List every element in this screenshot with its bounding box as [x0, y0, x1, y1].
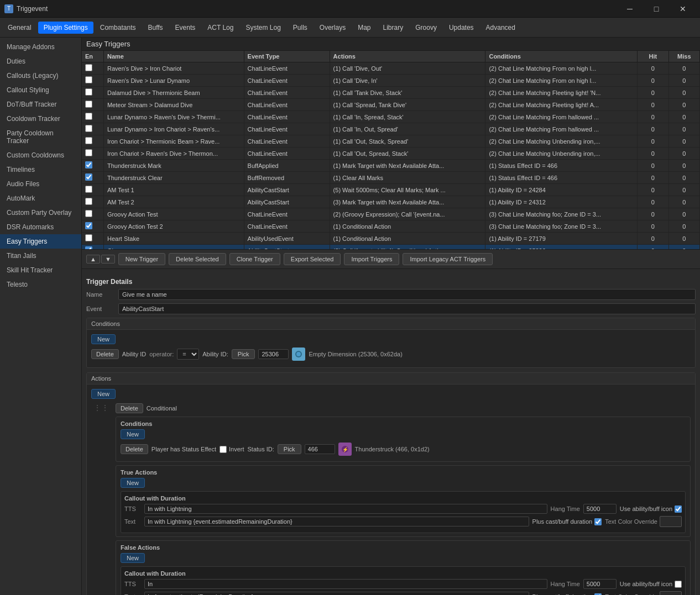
menu-item-groovy[interactable]: Groovy	[410, 22, 442, 34]
use-icon-checkbox-false[interactable]	[675, 581, 682, 588]
hang-input-false[interactable]	[583, 579, 617, 589]
row-checkbox[interactable]	[85, 234, 92, 241]
table-row[interactable]: Lunar Dynamo > Raven's Dive > Thermi...C…	[82, 111, 700, 123]
row-checkbox[interactable]	[85, 198, 92, 205]
menu-item-buffs[interactable]: Buffs	[142, 22, 168, 34]
status-pick-button[interactable]: Pick	[278, 444, 301, 454]
col-header-miss[interactable]: Miss	[668, 51, 699, 62]
drag-handle[interactable]: ⋮⋮	[91, 403, 111, 412]
plus-cast-checkbox-false[interactable]	[594, 593, 602, 596]
cond-delete-btn[interactable]: Delete	[121, 444, 148, 454]
plus-cast-checkbox[interactable]	[594, 518, 602, 525]
conditional-delete-button[interactable]: Delete	[116, 403, 143, 413]
sidebar-item-custom-party-overlay[interactable]: Custom Party Overlay	[0, 206, 81, 220]
sidebar-item-automark[interactable]: AutoMark	[0, 191, 81, 206]
menu-item-updates[interactable]: Updates	[443, 22, 479, 34]
nav-up-button[interactable]: ▲	[86, 255, 100, 264]
minimize-button[interactable]: ─	[617, 0, 642, 18]
table-row[interactable]: Heart StakeAbilityUsedEvent(1) Condition…	[82, 233, 700, 245]
row-checkbox[interactable]	[85, 186, 92, 193]
tts-input-true[interactable]	[144, 504, 547, 514]
table-row[interactable]: Iron Chariot > Thermionic Beam > Rave...…	[82, 135, 700, 148]
sidebar-item-cooldown-tracker[interactable]: Cooldown Tracker	[0, 112, 81, 126]
name-input[interactable]	[118, 289, 696, 300]
delete-selected-button[interactable]: Delete Selected	[169, 253, 226, 265]
sidebar-item-skill-hit-tracker[interactable]: Skill Hit Tracker	[0, 263, 81, 277]
row-checkbox[interactable]	[85, 113, 92, 120]
row-checkbox[interactable]	[85, 137, 92, 144]
sidebar-item-manage-addons[interactable]: Manage Addons	[0, 40, 81, 54]
import-triggers-button[interactable]: Import Triggers	[344, 253, 399, 265]
sidebar-item-timelines[interactable]: Timelines	[0, 162, 81, 177]
menu-item-combatants[interactable]: Combatants	[95, 22, 142, 34]
table-row[interactable]: AM Test 2AbilityCastStart(3) Mark Target…	[82, 196, 700, 208]
false-actions-new[interactable]: New	[121, 553, 145, 563]
row-checkbox[interactable]	[85, 101, 92, 108]
operator-select[interactable]: = !=	[177, 349, 199, 360]
menu-item-advanced[interactable]: Advanced	[480, 22, 521, 34]
col-header-actions[interactable]: Actions	[330, 51, 485, 62]
export-selected-button[interactable]: Export Selected	[284, 253, 341, 265]
table-row[interactable]: AM Test 1AbilityCastStart(5) Wait 5000ms…	[82, 184, 700, 196]
hang-input-true[interactable]	[583, 504, 617, 514]
conditions-new-button[interactable]: New	[91, 334, 116, 344]
row-checkbox[interactable]	[85, 161, 92, 169]
table-row[interactable]: Thunderstruck MarkBuffApplied(1) Mark Ta…	[82, 160, 700, 172]
new-trigger-button[interactable]: New Trigger	[118, 253, 165, 265]
row-checkbox[interactable]	[85, 125, 92, 132]
sidebar-item-audio-files[interactable]: Audio Files	[0, 177, 81, 191]
ability-pick-button[interactable]: Pick	[232, 349, 255, 359]
col-header-name[interactable]: Name	[103, 51, 244, 62]
sidebar-item-telesto[interactable]: Telesto	[0, 277, 81, 292]
nav-down-button[interactable]: ▼	[101, 255, 115, 264]
maximize-button[interactable]: □	[644, 0, 669, 18]
use-icon-checkbox-true[interactable]	[675, 506, 682, 513]
table-row[interactable]: Lunar Dynamo > Iron Chariot > Raven's...…	[82, 123, 700, 135]
sidebar-item-callouts--legacy-[interactable]: Callouts (Legacy)	[0, 69, 81, 83]
menu-item-map[interactable]: Map	[352, 22, 376, 34]
sidebar-item-dot-buff-tracker[interactable]: DoT/Buff Tracker	[0, 97, 81, 112]
color-swatch-false[interactable]	[660, 591, 682, 595]
row-checkbox[interactable]	[85, 210, 92, 217]
row-checkbox[interactable]	[85, 88, 92, 96]
col-header-hit[interactable]: Hit	[638, 51, 668, 62]
status-id-input[interactable]	[305, 444, 335, 454]
trigger-table-container[interactable]: En Name Event Type Actions Conditions Hi…	[82, 51, 700, 250]
col-header-event[interactable]: Event Type	[244, 51, 330, 62]
clone-trigger-button[interactable]: Clone Trigger	[229, 253, 280, 265]
menu-item-overlays[interactable]: Overlays	[314, 22, 351, 34]
invert-checkbox[interactable]	[220, 446, 227, 453]
text-input-true[interactable]	[144, 517, 529, 526]
conditional-conditions-new[interactable]: New	[121, 429, 145, 439]
menu-item-plugin-settings[interactable]: Plugin Settings	[38, 22, 93, 34]
menu-item-act-log[interactable]: ACT Log	[202, 22, 239, 34]
table-row[interactable]: Raven's Dive > Iron ChariotChatLineEvent…	[82, 62, 700, 75]
event-input[interactable]	[118, 303, 696, 314]
sidebar-item-custom-cooldowns[interactable]: Custom Cooldowns	[0, 148, 81, 162]
row-checkbox[interactable]	[85, 76, 92, 83]
col-header-en[interactable]: En	[82, 51, 103, 62]
sidebar-item-dsr-automarks[interactable]: DSR Automarks	[0, 220, 81, 234]
sidebar-item-callout-styling[interactable]: Callout Styling	[0, 83, 81, 97]
row-checkbox[interactable]	[85, 173, 92, 181]
menu-item-general[interactable]: General	[2, 22, 37, 34]
ability-id-input[interactable]	[258, 349, 289, 359]
row-checkbox[interactable]	[85, 64, 92, 71]
table-row[interactable]: Meteor Stream > Dalamud DiveChatLineEven…	[82, 99, 700, 111]
sidebar-item-easy-triggers[interactable]: Easy Triggers	[0, 234, 81, 249]
table-row[interactable]: Iron Chariot > Raven's Dive > Thermon...…	[82, 148, 700, 160]
text-input-false[interactable]	[144, 592, 529, 595]
menu-item-library[interactable]: Library	[378, 22, 409, 34]
condition-delete-button[interactable]: Delete	[91, 349, 119, 359]
menu-item-system-log[interactable]: System Log	[240, 22, 286, 34]
sidebar-item-party-cooldown-tracker[interactable]: Party Cooldown Tracker	[0, 126, 81, 148]
menu-item-events[interactable]: Events	[170, 22, 201, 34]
row-checkbox[interactable]	[85, 222, 92, 229]
row-checkbox[interactable]	[85, 149, 92, 156]
sidebar-item-duties[interactable]: Duties	[0, 54, 81, 69]
table-row[interactable]: Give me a nameAbilityCastStart(2) Call '…	[82, 245, 700, 250]
menu-item-pulls[interactable]: Pulls	[288, 22, 313, 34]
actions-new-button[interactable]: New	[91, 389, 116, 399]
color-swatch-true[interactable]	[660, 516, 682, 527]
close-button[interactable]: ✕	[670, 0, 696, 18]
